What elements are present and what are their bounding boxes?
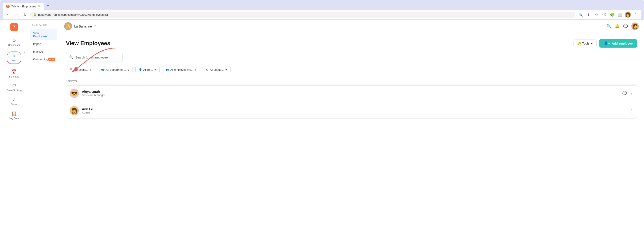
filter-role[interactable]: 👤 All rol... ∨ bbox=[135, 66, 160, 73]
role-icon: 👤 bbox=[138, 68, 142, 72]
add-employee-label: Add employee bbox=[612, 42, 633, 45]
sidebar-item-tasks[interactable]: ✓ Tasks bbox=[0, 95, 28, 108]
submenu-onboarding-label: Onboarding bbox=[33, 58, 48, 61]
column-header-employee: Employee bbox=[66, 80, 78, 82]
tab-label: 7shifts - Employees bbox=[11, 5, 36, 8]
submenu-panel: Employees View Employees Import Inactive… bbox=[28, 20, 59, 241]
browser-chrome: 7 7shifts - Employees ✕ + ← → ↻ 🔒 🔍 ⬆ ☆ … bbox=[0, 0, 644, 20]
table-header: Employee bbox=[66, 78, 637, 84]
employee-chat-button-aleya[interactable]: 💬 bbox=[622, 91, 627, 96]
team-icon: ☺ bbox=[12, 53, 16, 58]
topbar-user-avatar[interactable]: 👩 bbox=[631, 22, 639, 30]
app-logo: 7 bbox=[10, 23, 18, 31]
add-employee-button[interactable]: 👤+ Add employee bbox=[599, 39, 637, 48]
employee-name-ann: Ann Le bbox=[82, 107, 629, 111]
page-header: View Employees 🔑 Tools ∨ 👤+ Add employee bbox=[66, 39, 637, 48]
top-bar: 🍌 La Bananne ∨ 🔍 🔔 💬 👩 bbox=[59, 20, 644, 33]
sidebar-item-team[interactable]: ☺ Team bbox=[0, 49, 28, 66]
employee-avatar-aleya: 😎 bbox=[70, 89, 79, 98]
main-content: 🍌 La Bananne ∨ 🔍 🔔 💬 👩 View Employees 🔑 … bbox=[59, 20, 644, 241]
browser-action-buttons: 🔍 ⬆ ☆ ⓘ 🧩 ⬜ 👩 ⋮ bbox=[578, 12, 639, 18]
browser-info-icon[interactable]: ⓘ bbox=[601, 12, 607, 18]
address-bar[interactable]: 🔒 bbox=[30, 12, 576, 18]
sidebar-time-clocking-label: Time Clocking bbox=[6, 89, 22, 92]
add-employee-plus-icon: 👤+ bbox=[604, 41, 610, 46]
sidebar-item-schedule[interactable]: 📅 Schedule bbox=[0, 67, 28, 80]
sidebar-item-dashboard[interactable]: ⊙ Dashboard bbox=[0, 35, 28, 48]
filter-status[interactable]: ⊖ All status... ∨ bbox=[203, 66, 230, 73]
submenu-item-inactive[interactable]: Inactive bbox=[30, 48, 58, 56]
browser-share-icon[interactable]: ⬆ bbox=[586, 12, 592, 18]
sidebar-tasks-label: Tasks bbox=[11, 103, 17, 106]
filter-employee-type[interactable]: 👥 All employee typ... ∨ bbox=[162, 66, 200, 73]
refresh-button[interactable]: ↻ bbox=[22, 12, 28, 18]
sidebar-item-label: Dashboard bbox=[8, 44, 20, 46]
sidebar-item-log-book[interactable]: 📋 Log Book bbox=[0, 109, 28, 122]
browser-search-icon[interactable]: 🔍 bbox=[578, 12, 584, 18]
url-input[interactable] bbox=[38, 13, 572, 16]
browser-extensions-icon[interactable]: 🧩 bbox=[609, 12, 615, 18]
submenu-view-employees-label: View Employees bbox=[33, 32, 54, 38]
browser-menu-icon[interactable]: ⋮ bbox=[633, 12, 639, 18]
tools-button[interactable]: 🔑 Tools ∨ bbox=[574, 40, 597, 47]
employee-role-ann: Admin bbox=[82, 111, 629, 114]
employee-row[interactable]: 😎 Aleya Quah Assistant Manager 💬 ⋮ bbox=[66, 85, 637, 101]
location-icon: 📍 bbox=[69, 68, 73, 72]
browser-cast-icon[interactable]: ⬜ bbox=[617, 12, 623, 18]
submenu-new-badge: NEW bbox=[48, 58, 55, 61]
submenu-import-label: Import bbox=[33, 42, 41, 46]
filter-department[interactable]: 👥 All departmen... ∨ bbox=[98, 66, 132, 73]
log-book-icon: 📋 bbox=[11, 111, 17, 116]
department-icon: 👥 bbox=[101, 68, 104, 72]
submenu-item-import[interactable]: Import bbox=[30, 40, 58, 48]
page-actions: 🔑 Tools ∨ 👤+ Add employee bbox=[574, 39, 637, 48]
browser-user-avatar[interactable]: 👩 bbox=[625, 12, 631, 18]
submenu-item-view-employees[interactable]: View Employees bbox=[30, 29, 58, 40]
employee-row[interactable]: 👩 Ann Le Admin ⋮ bbox=[66, 103, 637, 118]
filter-department-label: All departmen... bbox=[106, 68, 126, 72]
search-icon: 🔍 bbox=[69, 55, 74, 60]
employee-more-button-ann[interactable]: ⋮ bbox=[629, 108, 633, 113]
filter-status-chevron: ∨ bbox=[225, 68, 227, 72]
sidebar-item-time-clocking[interactable]: ⏱ Time Clocking bbox=[0, 81, 28, 94]
tab-close-button[interactable]: ✕ bbox=[38, 4, 40, 8]
submenu-item-onboarding[interactable]: Onboarding NEW bbox=[30, 56, 58, 63]
org-selector[interactable]: 🍌 La Bananne ∨ bbox=[64, 22, 96, 30]
topbar-search-icon[interactable]: 🔍 bbox=[606, 24, 611, 28]
team-ring: ☺ Team bbox=[7, 52, 22, 64]
active-tab[interactable]: 7 7shifts - Employees ✕ bbox=[2, 3, 44, 10]
browser-bookmark-icon[interactable]: ☆ bbox=[593, 12, 600, 18]
filter-location-label: All locatio... bbox=[74, 68, 88, 72]
employee-actions-aleya: 💬 ⋮ bbox=[622, 91, 633, 96]
schedule-icon: 📅 bbox=[11, 69, 17, 74]
filter-location-chevron: ∨ bbox=[90, 68, 92, 72]
search-input[interactable] bbox=[75, 56, 120, 59]
sidebar-log-book-label: Log Book bbox=[9, 117, 19, 120]
new-tab-button[interactable]: + bbox=[45, 2, 51, 10]
employee-role-aleya: Assistant Manager bbox=[82, 94, 622, 97]
topbar-notification-icon[interactable]: 🔔 bbox=[615, 24, 620, 28]
employee-avatar-ann: 👩 bbox=[70, 106, 79, 115]
employees-list: 😎 Aleya Quah Assistant Manager 💬 ⋮ 👩 bbox=[66, 85, 637, 118]
sidebar-schedule-label: Schedule bbox=[9, 75, 19, 78]
filter-department-chevron: ∨ bbox=[127, 68, 130, 72]
employee-more-button-aleya[interactable]: ⋮ bbox=[629, 91, 633, 96]
tools-key-icon: 🔑 bbox=[577, 42, 581, 45]
search-bar[interactable]: 🔍 bbox=[66, 53, 123, 62]
sidebar-team-label: Team bbox=[11, 59, 17, 62]
filter-location[interactable]: 📍 All locatio... ∨ bbox=[66, 66, 95, 73]
tools-label: Tools bbox=[582, 42, 590, 45]
employee-type-icon: 👥 bbox=[166, 68, 169, 72]
filter-role-label: All rol... bbox=[144, 68, 153, 72]
employee-name-aleya: Aleya Quah bbox=[82, 90, 622, 94]
employee-info-ann: Ann Le Admin bbox=[82, 107, 629, 114]
forward-button[interactable]: → bbox=[14, 12, 20, 18]
time-clocking-icon: ⏱ bbox=[12, 83, 16, 88]
back-button[interactable]: ← bbox=[5, 12, 11, 18]
tab-favicon: 7 bbox=[6, 4, 10, 8]
tasks-icon: ✓ bbox=[12, 97, 16, 102]
topbar-chat-icon[interactable]: 💬 bbox=[623, 24, 628, 28]
dashboard-icon: ⊙ bbox=[12, 38, 16, 43]
submenu-inactive-label: Inactive bbox=[33, 50, 43, 53]
filter-employee-type-label: All employee typ... bbox=[170, 68, 194, 72]
